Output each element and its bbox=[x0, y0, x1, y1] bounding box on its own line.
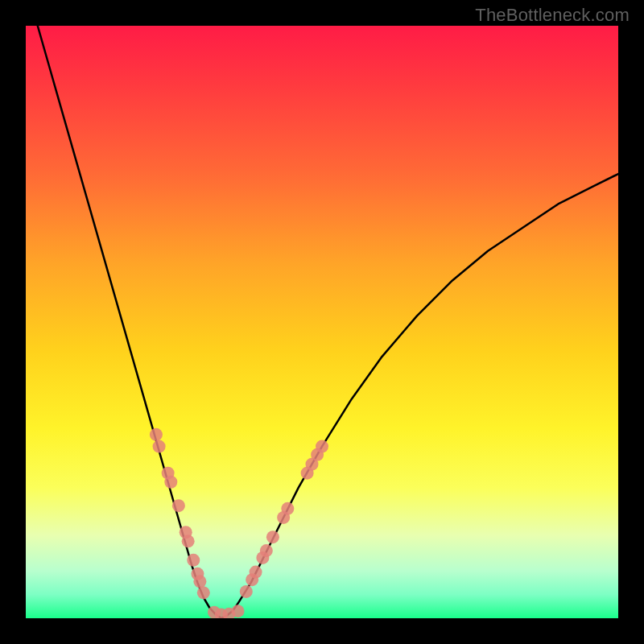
right-branch-dots-dot bbox=[240, 585, 253, 598]
chart-frame: TheBottleneck.com bbox=[0, 0, 644, 644]
right-branch-dots-dot bbox=[277, 511, 290, 524]
watermark-text: TheBottleneck.com bbox=[475, 5, 630, 26]
curve-layer bbox=[26, 26, 618, 618]
plot-area bbox=[26, 26, 618, 618]
right-branch-dots-dot bbox=[316, 440, 328, 453]
left-branch-dots-dot bbox=[197, 586, 210, 599]
right-branch-dots-dot bbox=[246, 573, 258, 586]
left-branch-dots-dot bbox=[172, 499, 185, 512]
right-branch-dots-dot bbox=[250, 566, 262, 579]
right-branch-dots-dot bbox=[256, 551, 269, 564]
left-branch-dots-dot bbox=[180, 526, 192, 539]
right-branch-dots-dot bbox=[281, 502, 294, 515]
left-branch-dots-dot bbox=[153, 440, 166, 453]
left-branch-dots-dot bbox=[191, 568, 204, 580]
left-branch-dots-dot bbox=[164, 476, 177, 489]
left-branch-dots-dot bbox=[182, 535, 195, 547]
left-branch-dots-dot bbox=[162, 467, 175, 480]
right-branch-dots-dot bbox=[305, 458, 318, 471]
right-branch-dots-dot bbox=[266, 530, 279, 543]
left-branch-dots-dot bbox=[187, 554, 200, 567]
bottom-dots-dot bbox=[215, 609, 228, 618]
bottom-dots-dot bbox=[231, 605, 244, 617]
right-branch-dots-dot bbox=[301, 467, 314, 480]
right-branch-dots-dot bbox=[311, 448, 324, 461]
bottom-dots-dot bbox=[208, 606, 221, 618]
bottleneck-curve-right bbox=[221, 174, 618, 618]
bottom-dots-dot bbox=[222, 608, 235, 618]
left-branch-dots-dot bbox=[193, 575, 206, 588]
bottleneck-curve bbox=[38, 26, 618, 618]
bottleneck-curve-left bbox=[38, 26, 221, 618]
data-dots bbox=[150, 428, 328, 618]
right-branch-dots-dot bbox=[260, 544, 273, 557]
left-branch-dots-dot bbox=[150, 428, 163, 441]
